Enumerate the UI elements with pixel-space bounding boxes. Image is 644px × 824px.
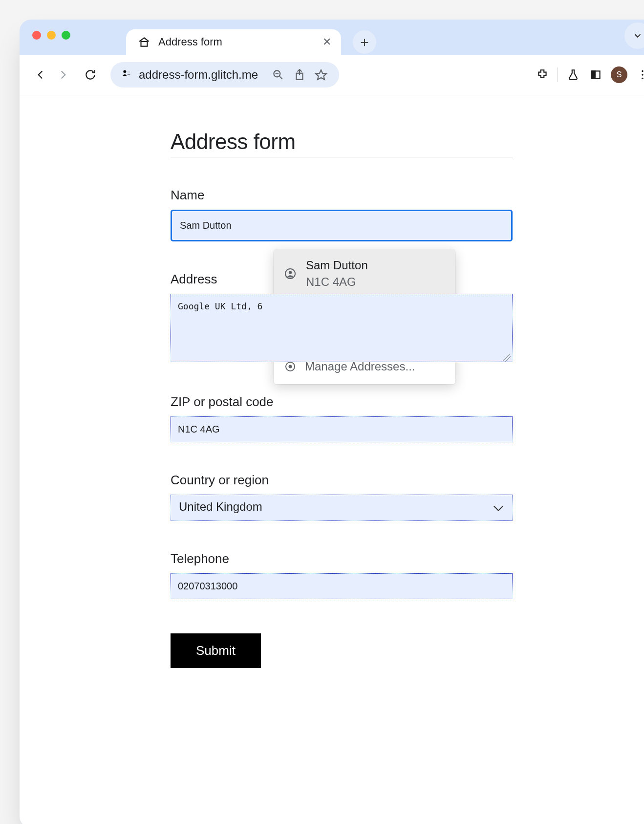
svg-point-15 (289, 271, 292, 274)
favicon-icon (137, 35, 151, 49)
svg-rect-10 (591, 71, 595, 78)
name-field: Name Sam Dutton N1C 4AG (171, 188, 513, 241)
postal-input[interactable] (171, 416, 513, 442)
site-info-icon[interactable] (121, 68, 132, 82)
overflow-menu-icon[interactable] (635, 67, 644, 82)
share-icon[interactable] (292, 67, 307, 82)
tab-close-button[interactable]: ✕ (322, 37, 331, 47)
browser-tab[interactable]: Address form ✕ (126, 29, 341, 55)
svg-point-19 (289, 365, 292, 368)
window-zoom-button[interactable] (62, 31, 70, 40)
telephone-label: Telephone (171, 551, 513, 566)
zoom-icon[interactable] (271, 67, 285, 82)
side-panel-icon[interactable] (588, 67, 603, 82)
profile-avatar[interactable]: S (611, 66, 627, 83)
tab-title: Address form (158, 36, 222, 48)
country-label: Country or region (171, 473, 513, 488)
window-close-button[interactable] (32, 31, 41, 40)
country-value: United Kingdom (179, 500, 262, 513)
resize-grip-icon[interactable] (503, 354, 511, 362)
page-content: Address form Name Sam Dutton N1C 4AG (20, 95, 644, 824)
address-bar[interactable]: address-form.glitch.me (110, 62, 339, 87)
browser-window: Address form ✕ ＋ address-form.glitch.me (20, 20, 644, 824)
telephone-input[interactable] (171, 573, 513, 599)
name-input[interactable] (171, 210, 513, 241)
telephone-field: Telephone (171, 551, 513, 599)
person-icon (284, 268, 296, 280)
nav-forward-button[interactable] (56, 67, 70, 82)
labs-icon[interactable] (566, 67, 580, 82)
country-select[interactable]: United Kingdom (171, 495, 513, 521)
window-minimize-button[interactable] (47, 31, 56, 40)
nav-back-button[interactable] (33, 67, 48, 82)
autofill-address: N1C 4AG (306, 276, 368, 288)
autofill-name: Sam Dutton (306, 259, 368, 272)
postal-label: ZIP or postal code (171, 394, 513, 410)
tab-search-button[interactable] (624, 22, 644, 49)
svg-point-1 (124, 70, 127, 73)
svg-marker-8 (316, 70, 326, 80)
submit-button[interactable]: Submit (171, 633, 261, 668)
tab-strip: Address form ✕ ＋ (20, 20, 644, 55)
svg-point-13 (642, 78, 643, 79)
window-controls (32, 31, 70, 40)
divider (558, 67, 558, 82)
svg-line-5 (279, 76, 282, 79)
browser-toolbar: address-form.glitch.me S (20, 55, 644, 95)
svg-point-11 (642, 70, 643, 72)
postal-field: ZIP or postal code (171, 394, 513, 442)
address-input[interactable] (171, 294, 513, 362)
avatar-initial: S (617, 70, 622, 79)
page-title: Address form (171, 130, 513, 157)
svg-point-12 (642, 74, 643, 75)
url-text: address-form.glitch.me (139, 68, 258, 82)
bookmark-star-icon[interactable] (314, 67, 328, 82)
country-field: Country or region United Kingdom (171, 473, 513, 521)
name-label: Name (171, 188, 513, 203)
reload-button[interactable] (83, 67, 98, 82)
extensions-icon[interactable] (535, 67, 550, 82)
svg-rect-0 (141, 42, 148, 46)
autofill-suggestion-0[interactable]: Sam Dutton N1C 4AG (274, 249, 455, 299)
new-tab-button[interactable]: ＋ (353, 30, 376, 54)
